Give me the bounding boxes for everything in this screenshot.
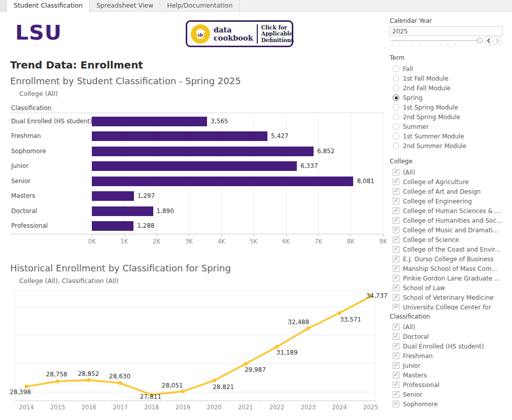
tab-spreadsheet-view[interactable]: Spreadsheet View [90,0,160,11]
classification-bar-chart: 0K1K2K3K4K5K6K7K8K9KDual Enrolled (HS st… [10,114,384,245]
term-option[interactable]: 1st Fall Module [391,74,512,83]
term-option[interactable]: Summer [391,122,512,131]
term-option[interactable]: 1st Summer Module [391,131,512,141]
checkbox-checked-icon [393,169,399,176]
line-point[interactable] [212,378,216,382]
bar-value-label: 1,297 [138,192,155,199]
year-prev-button[interactable] [485,37,492,45]
checkbox-checked-icon [393,304,399,310]
college-option[interactable]: College of Humanities and Soc... [391,216,512,225]
year-slider-track[interactable] [391,40,480,41]
class-option[interactable]: (All) [391,322,512,332]
bar-segment[interactable] [92,221,133,231]
year-slider-handle[interactable] [477,38,483,43]
line-point[interactable] [275,345,279,349]
college-option[interactable]: College of Music and Dramati... [391,225,512,235]
filter-option-label: University College Center for [403,304,491,310]
college-option[interactable]: College of Art and Design [391,187,512,196]
college-option[interactable]: Pinkie Gordon Lane Graduate ... [391,273,512,283]
radio-icon [393,133,399,139]
bar-segment[interactable] [92,161,297,171]
year-axis-label: 2016 [82,404,96,411]
bar-segment[interactable] [92,191,134,201]
college-option[interactable]: College of Agriculture [391,177,512,187]
year-axis-label: 2024 [332,404,347,411]
line-point[interactable] [306,327,311,331]
term-option[interactable]: 2nd Spring Module [391,112,512,122]
filter-option-label: (All) [403,324,415,331]
filter-option-label: Sophomore [403,401,438,408]
filter-option-label: College of Agriculture [403,179,469,186]
class-option[interactable]: Professional [391,380,512,390]
college-option[interactable]: Manship School of Mass Com... [391,264,512,273]
filter-option-label: Senior [403,391,422,398]
checkbox-checked-icon [393,372,399,378]
line-chart-subtitle: College (All), Classification (All) [19,277,119,285]
slider-tick [427,44,427,46]
college-option[interactable]: College of Human Sciences & ... [391,206,512,216]
class-option[interactable]: Dual Enrolled (HS student) [391,341,512,351]
class-option[interactable]: Freshman [391,351,512,361]
line-point[interactable] [56,379,60,383]
bar-segment[interactable] [92,206,153,216]
checkbox-checked-icon [393,285,399,291]
term-option[interactable]: Spring [391,93,512,102]
college-option[interactable]: University College Center for [391,302,512,310]
class-option[interactable]: Senior [391,390,512,399]
tab-student-classification[interactable]: Student Classification [7,0,90,12]
bar-value-label: 8,081 [357,178,374,185]
badge-divider [257,24,258,44]
bar-axis-tick-label: 5K [245,238,262,245]
filter-option-label: 2nd Summer Module [403,143,466,150]
term-option[interactable]: 1st Spring Module [391,102,512,112]
checkbox-checked-icon [393,227,399,233]
college-option[interactable]: School of Law [391,283,512,293]
bar-row-label: Freshman [11,132,41,139]
slider-tick [392,44,392,46]
college-filter-list: (All)College of AgricultureCollege of Ar… [391,167,512,310]
college-option[interactable]: (All) [391,167,512,177]
line-point[interactable] [181,390,185,394]
year-next-button[interactable] [494,37,501,45]
bar-segment[interactable] [92,131,267,141]
class-option[interactable]: Junior [391,361,512,370]
class-option[interactable]: Sophomore [391,399,512,409]
line-point[interactable] [87,378,91,382]
term-option[interactable]: Fall [391,64,512,74]
filter-option-label: School of Veterinary Medicine [403,294,493,301]
checkbox-checked-icon [393,179,399,185]
cookbook-caption: Click for Applicable Definitions [261,24,294,44]
term-filter-list: Fall1st Fall Module2nd Fall ModuleSpring… [391,64,512,151]
slider-tick [399,44,399,46]
college-option[interactable]: School of Veterinary Medicine [391,293,512,302]
filter-option-label: College of Human Sciences & ... [403,207,500,215]
slider-tick [476,44,476,46]
college-option[interactable]: College of the Coast and Envir... [391,244,512,254]
filter-option-label: Manship School of Mass Com... [403,265,497,272]
tab-help-documentation[interactable]: Help/Documentation [160,0,240,11]
term-option[interactable]: 2nd Fall Module [391,83,512,93]
college-option[interactable]: E.J. Ourso College of Business [391,254,512,264]
class-option[interactable]: Doctoral [391,332,512,341]
year-axis-label: 2020 [207,404,222,411]
bar-value-label: 6,337 [300,162,318,169]
bar-segment[interactable] [92,117,207,126]
bar-axis-tick-label: 4K [213,238,230,245]
calendar-year-input[interactable] [390,26,503,36]
data-cookbook-link[interactable]: data cookbook Click for Applicable Defin… [186,20,293,47]
filter-option-label: 1st Summer Module [403,133,464,140]
line-point[interactable] [337,311,342,315]
slider-tick [455,44,455,46]
filter-option-label: College of Science [403,236,459,243]
slider-tick [462,44,462,46]
line-point[interactable] [118,381,122,386]
bar-segment[interactable] [92,177,353,186]
college-option[interactable]: College of Science [391,235,512,244]
term-option[interactable]: 2nd Summer Module [391,141,512,151]
filter-option-label: College of Art and Design [403,188,481,195]
college-option[interactable]: College of Engineering [391,196,512,206]
class-option[interactable]: Masters [391,370,512,380]
bar-segment[interactable] [92,147,314,156]
line-point[interactable] [244,362,248,366]
line-point[interactable] [24,384,28,389]
